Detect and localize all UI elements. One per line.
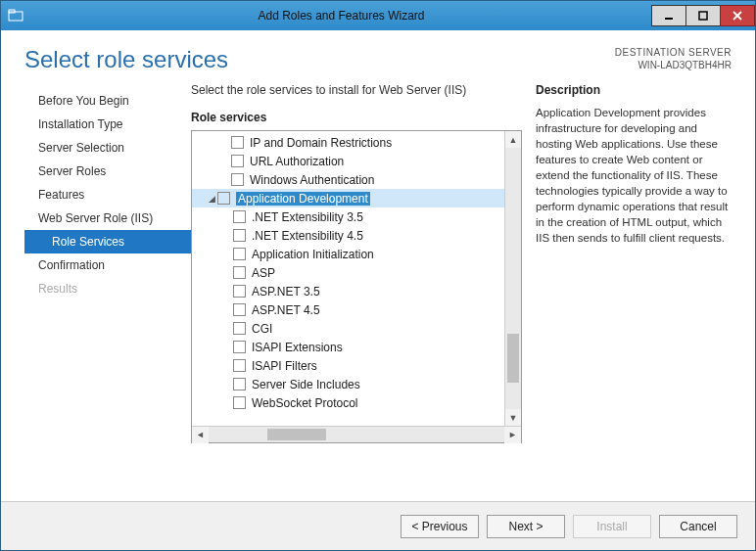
sidebar-item-role-services[interactable]: Role Services <box>24 230 191 253</box>
sidebar-item-server-roles[interactable]: Server Roles <box>24 160 191 183</box>
checkbox[interactable] <box>231 155 244 167</box>
tree-item-label: URL Authorization <box>250 155 344 168</box>
sidebar-item-confirmation[interactable]: Confirmation <box>24 253 191 277</box>
checkbox[interactable] <box>233 396 246 409</box>
tree-item-label: ISAPI Extensions <box>252 341 343 354</box>
close-button[interactable] <box>720 5 755 26</box>
tree-item-label: Server Side Includes <box>252 378 360 391</box>
tree-item-label: .NET Extensibility 3.5 <box>252 210 363 224</box>
tree-item-label: ASP.NET 4.5 <box>252 303 320 317</box>
sidebar-item-before-you-begin[interactable]: Before You Begin <box>24 89 191 113</box>
role-services-label: Role services <box>191 111 522 124</box>
tree-row[interactable]: ISAPI Filters <box>192 356 521 375</box>
destination-server: WIN-LAD3QTBH4HR <box>615 59 732 71</box>
tree-item-label: Application Initialization <box>252 248 374 261</box>
checkbox[interactable] <box>231 136 244 149</box>
checkbox[interactable] <box>233 341 246 353</box>
checkbox[interactable] <box>217 192 230 205</box>
hscroll-thumb[interactable] <box>267 429 326 440</box>
sidebar-item-server-selection[interactable]: Server Selection <box>24 136 191 160</box>
wizard-body: Select role services DESTINATION SERVER … <box>1 30 755 550</box>
maximize-button[interactable] <box>685 5 721 26</box>
cancel-button[interactable]: Cancel <box>659 515 737 538</box>
scroll-down-icon[interactable]: ▼ <box>505 409 521 426</box>
tree-row[interactable]: .NET Extensibility 3.5 <box>192 207 521 226</box>
horizontal-scrollbar[interactable]: ◄ ► <box>192 426 521 442</box>
scroll-thumb[interactable] <box>507 334 519 383</box>
window-title: Add Roles and Features Wizard <box>30 9 652 23</box>
checkbox[interactable] <box>231 173 244 186</box>
destination-info: DESTINATION SERVER WIN-LAD3QTBH4HR <box>615 46 732 71</box>
description-text: Application Development provides infrast… <box>536 105 732 246</box>
tree-item-label: ISAPI Filters <box>252 359 317 373</box>
next-button[interactable]: Next > <box>487 515 565 538</box>
tree-item-label: ASP.NET 3.5 <box>252 285 320 298</box>
wizard-footer: < Previous Next > Install Cancel <box>1 501 755 550</box>
expander-icon[interactable]: ◢ <box>206 194 217 204</box>
destination-label: DESTINATION SERVER <box>615 46 732 59</box>
tree-row[interactable]: CGI <box>192 319 521 338</box>
instruction-text: Select the role services to install for … <box>191 83 522 97</box>
title-bar[interactable]: Add Roles and Features Wizard <box>1 1 755 30</box>
checkbox[interactable] <box>233 266 246 279</box>
previous-button[interactable]: < Previous <box>401 515 479 538</box>
tree-row[interactable]: Windows Authentication <box>192 170 521 189</box>
sidebar-item-features[interactable]: Features <box>24 183 191 207</box>
tree-item-label: IP and Domain Restrictions <box>250 136 392 150</box>
vertical-scrollbar[interactable]: ▲ ▼ <box>504 131 521 426</box>
tree-row[interactable]: WebSocket Protocol <box>192 393 521 412</box>
tree-item-label: WebSocket Protocol <box>252 396 358 410</box>
tree-item-label: Windows Authentication <box>250 173 374 187</box>
tree-row[interactable]: ASP.NET 4.5 <box>192 300 521 319</box>
description-heading: Description <box>536 83 732 97</box>
wizard-steps-sidebar: Before You Begin Installation Type Serve… <box>24 79 191 501</box>
minimize-button[interactable] <box>651 5 686 26</box>
scroll-right-icon[interactable]: ► <box>504 427 521 443</box>
svg-rect-3 <box>699 12 707 20</box>
checkbox[interactable] <box>233 248 246 260</box>
scroll-up-icon[interactable]: ▲ <box>505 131 521 148</box>
tree-row[interactable]: ISAPI Extensions <box>192 338 521 356</box>
install-button: Install <box>573 515 651 538</box>
page-title: Select role services <box>24 46 615 73</box>
tree-item-label: .NET Extensibility 4.5 <box>252 229 363 243</box>
tree-row[interactable]: ASP <box>192 263 521 282</box>
scroll-left-icon[interactable]: ◄ <box>192 427 209 443</box>
tree-row[interactable]: ASP.NET 3.5 <box>192 282 521 300</box>
tree-row[interactable]: .NET Extensibility 4.5 <box>192 226 521 245</box>
tree-row[interactable]: Application Initialization <box>192 245 521 263</box>
tree-row[interactable]: Server Side Includes <box>192 375 521 393</box>
tree-row[interactable]: ◢Application Development <box>192 189 521 207</box>
tree-row[interactable]: IP and Domain Restrictions <box>192 133 521 152</box>
tree-item-label: ASP <box>252 266 275 280</box>
checkbox[interactable] <box>233 359 246 372</box>
window-controls <box>652 5 755 26</box>
sidebar-item-results: Results <box>24 277 191 300</box>
tree-item-label: CGI <box>252 322 272 336</box>
tree-row[interactable]: URL Authorization <box>192 152 521 170</box>
sidebar-item-installation-type[interactable]: Installation Type <box>24 113 191 136</box>
wizard-window: Add Roles and Features Wizard Select rol… <box>0 0 756 551</box>
checkbox[interactable] <box>233 285 246 298</box>
window-icon <box>1 1 30 30</box>
checkbox[interactable] <box>233 210 246 223</box>
checkbox[interactable] <box>233 229 246 242</box>
role-services-tree: IP and Domain RestrictionsURL Authorizat… <box>191 130 522 443</box>
tree-item-label: Application Development <box>236 192 370 206</box>
checkbox[interactable] <box>233 322 246 335</box>
sidebar-item-web-server-role[interactable]: Web Server Role (IIS) <box>24 207 191 230</box>
checkbox[interactable] <box>233 378 246 390</box>
checkbox[interactable] <box>233 303 246 316</box>
